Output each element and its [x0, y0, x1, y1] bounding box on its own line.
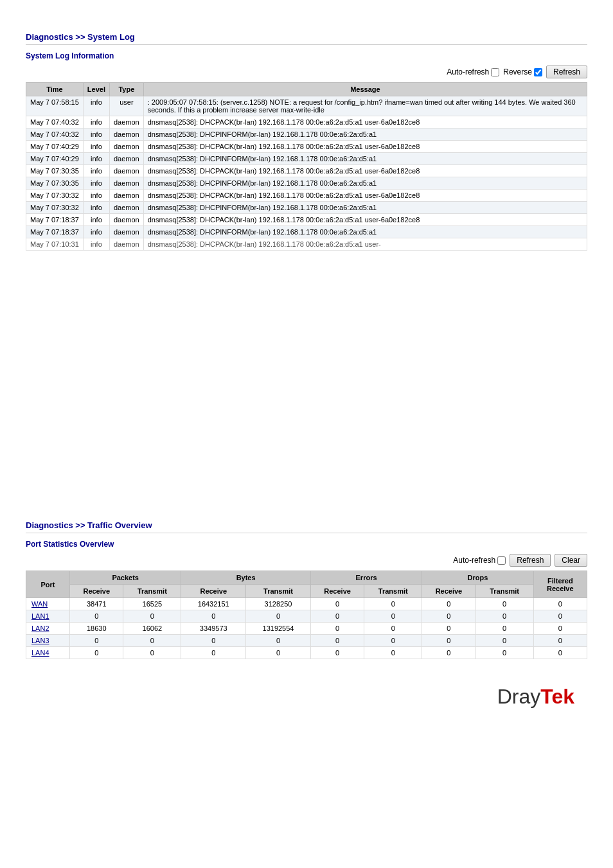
- syslog-row: May 7 07:30:32 info daemon dnsmasq[2538]…: [26, 202, 587, 214]
- syslog-cell-type: daemon: [109, 165, 143, 177]
- logo-section: DrayTek: [26, 685, 587, 709]
- traffic-cell-drp-tx: 0: [475, 647, 533, 659]
- traffic-cell-flt-rx: 0: [533, 647, 587, 659]
- syslog-cell-level: info: [83, 226, 109, 238]
- traffic-cell-drp-rx: 0: [422, 598, 475, 610]
- traffic-refresh-button[interactable]: Refresh: [510, 554, 551, 567]
- syslog-cell-time: May 7 07:40:29: [26, 153, 84, 165]
- syslog-cell-time: May 7 07:30:32: [26, 202, 84, 214]
- syslog-cell-level: info: [83, 165, 109, 177]
- traffic-cell-port[interactable]: LAN4: [26, 647, 70, 659]
- traffic-cell-flt-rx: 0: [533, 635, 587, 647]
- traffic-cell-drp-rx: 0: [422, 610, 475, 623]
- syslog-col-time: Time: [26, 83, 84, 96]
- traffic-col-group-packets: Packets: [70, 571, 181, 585]
- traffic-cell-err-tx: 0: [364, 598, 422, 610]
- traffic-section-title: Diagnostics >> Traffic Overview: [26, 520, 587, 530]
- traffic-row: LAN1 0 0 0 0 0 0 0 0 0: [26, 610, 587, 623]
- traffic-table: Port Packets Bytes Errors Drops Filtered…: [26, 571, 587, 659]
- traffic-cell-pkt-rx: 18630: [70, 623, 123, 635]
- syslog-col-type: Type: [109, 83, 143, 96]
- syslog-cell-type: daemon: [109, 190, 143, 202]
- syslog-cell-time: May 7 07:10:31: [26, 238, 84, 251]
- syslog-cell-message: dnsmasq[2538]: DHCPACK(br-lan) 192.168.1…: [143, 214, 587, 226]
- syslog-cell-time: May 7 07:18:37: [26, 226, 84, 238]
- traffic-cell-byt-tx: 0: [246, 647, 311, 659]
- traffic-row: LAN2 18630 16062 3349573 13192554 0 0 0 …: [26, 623, 587, 635]
- traffic-cell-byt-tx: 0: [246, 610, 311, 623]
- syslog-row: May 7 07:18:37 info daemon dnsmasq[2538]…: [26, 214, 587, 226]
- syslog-cell-level: info: [83, 202, 109, 214]
- traffic-subhdr-err-tx: Transmit: [364, 585, 422, 598]
- traffic-auto-refresh-checkbox[interactable]: [497, 556, 506, 565]
- logo-dray: Dray: [497, 685, 541, 708]
- traffic-cell-flt-rx: 0: [533, 623, 587, 635]
- traffic-subhdr-pkt-rx: Receive: [70, 585, 123, 598]
- syslog-cell-level: info: [83, 214, 109, 226]
- syslog-cell-message: dnsmasq[2538]: DHCPINFORM(br-lan) 192.16…: [143, 177, 587, 190]
- syslog-cell-level: info: [83, 141, 109, 153]
- syslog-cell-time: May 7 07:18:37: [26, 214, 84, 226]
- traffic-cell-drp-tx: 0: [475, 610, 533, 623]
- traffic-cell-pkt-tx: 0: [123, 647, 181, 659]
- traffic-cell-byt-rx: 0: [181, 635, 246, 647]
- traffic-cell-flt-rx: 0: [533, 598, 587, 610]
- traffic-cell-port[interactable]: LAN2: [26, 623, 70, 635]
- syslog-toolbar: Auto-refresh Reverse Refresh: [26, 66, 587, 78]
- traffic-cell-port[interactable]: LAN1: [26, 610, 70, 623]
- traffic-cell-err-tx: 0: [364, 610, 422, 623]
- traffic-cell-err-tx: 0: [364, 623, 422, 635]
- traffic-cell-port[interactable]: WAN: [26, 598, 70, 610]
- traffic-col-group-drops: Drops: [422, 571, 533, 585]
- syslog-section-title: Diagnostics >> System Log: [26, 32, 587, 42]
- syslog-refresh-button[interactable]: Refresh: [546, 66, 587, 78]
- syslog-row: May 7 07:10:31 info daemon dnsmasq[2538]…: [26, 238, 587, 251]
- traffic-row: LAN4 0 0 0 0 0 0 0 0 0: [26, 647, 587, 659]
- traffic-cell-pkt-rx: 0: [70, 610, 123, 623]
- syslog-cell-message: dnsmasq[2538]: DHCPACK(br-lan) 192.168.1…: [143, 165, 587, 177]
- traffic-cell-err-rx: 0: [310, 635, 364, 647]
- syslog-cell-type: daemon: [109, 128, 143, 141]
- syslog-auto-refresh-label: Auto-refresh: [447, 67, 499, 76]
- syslog-divider: [26, 44, 587, 45]
- traffic-divider: [26, 533, 587, 533]
- traffic-subhdr-byt-tx: Transmit: [246, 585, 311, 598]
- syslog-cell-level: info: [83, 116, 109, 128]
- syslog-cell-time: May 7 07:30:32: [26, 190, 84, 202]
- traffic-cell-pkt-rx: 0: [70, 635, 123, 647]
- traffic-subhdr-drp-rx: Receive: [422, 585, 475, 598]
- syslog-row: May 7 07:40:32 info daemon dnsmasq[2538]…: [26, 128, 587, 141]
- traffic-row: LAN3 0 0 0 0 0 0 0 0 0: [26, 635, 587, 647]
- traffic-cell-byt-tx: 3128250: [246, 598, 311, 610]
- traffic-col-group-bytes: Bytes: [181, 571, 311, 585]
- syslog-cell-time: May 7 07:40:32: [26, 128, 84, 141]
- traffic-subhdr-byt-rx: Receive: [181, 585, 246, 598]
- syslog-col-level: Level: [83, 83, 109, 96]
- traffic-cell-err-rx: 0: [310, 623, 364, 635]
- syslog-cell-message: dnsmasq[2538]: DHCPINFORM(br-lan) 192.16…: [143, 226, 587, 238]
- syslog-cell-level: info: [83, 96, 109, 116]
- syslog-cell-message: dnsmasq[2538]: DHCPACK(br-lan) 192.168.1…: [143, 238, 587, 251]
- syslog-cell-time: May 7 07:30:35: [26, 165, 84, 177]
- syslog-reverse-label: Reverse: [503, 67, 542, 76]
- syslog-row: May 7 07:40:29 info daemon dnsmasq[2538]…: [26, 141, 587, 153]
- syslog-cell-message: dnsmasq[2538]: DHCPACK(br-lan) 192.168.1…: [143, 190, 587, 202]
- syslog-auto-refresh-checkbox[interactable]: [491, 68, 499, 76]
- traffic-cell-port[interactable]: LAN3: [26, 635, 70, 647]
- syslog-cell-type: daemon: [109, 116, 143, 128]
- syslog-cell-time: May 7 07:40:29: [26, 141, 84, 153]
- syslog-row: May 7 07:30:35 info daemon dnsmasq[2538]…: [26, 165, 587, 177]
- syslog-cell-level: info: [83, 128, 109, 141]
- traffic-clear-button[interactable]: Clear: [555, 554, 587, 567]
- traffic-cell-pkt-tx: 16062: [123, 623, 181, 635]
- syslog-cell-type: daemon: [109, 177, 143, 190]
- syslog-reverse-checkbox[interactable]: [534, 68, 542, 76]
- traffic-cell-err-tx: 0: [364, 635, 422, 647]
- syslog-cell-type: daemon: [109, 214, 143, 226]
- syslog-cell-type: daemon: [109, 141, 143, 153]
- traffic-cell-drp-tx: 0: [475, 623, 533, 635]
- traffic-sub-title: Port Statistics Overview: [26, 540, 587, 549]
- traffic-col-group-errors: Errors: [310, 571, 422, 585]
- traffic-cell-drp-tx: 0: [475, 635, 533, 647]
- syslog-cell-type: daemon: [109, 153, 143, 165]
